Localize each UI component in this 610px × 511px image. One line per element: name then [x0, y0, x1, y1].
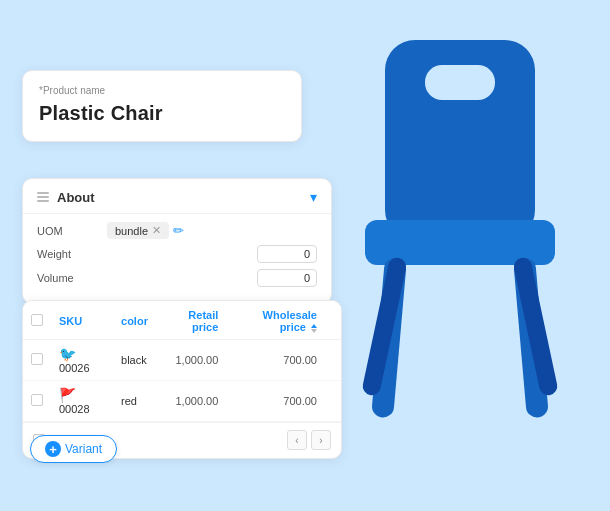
row2-action [325, 381, 341, 422]
row2-checkbox[interactable] [31, 394, 43, 406]
row2-wholesale: 700.00 [226, 381, 325, 422]
product-name-label: *Product name [39, 85, 285, 96]
about-chevron-icon[interactable]: ▾ [310, 189, 317, 205]
add-variant-label: Variant [65, 442, 102, 456]
weight-label: Weight [37, 248, 107, 260]
row2-check [23, 381, 51, 422]
volume-row: Volume [37, 269, 317, 287]
bundle-badge: bundle ✕ [107, 222, 169, 239]
product-name-card: *Product name Plastic Chair [22, 70, 302, 142]
uom-control: bundle ✕ ✏ [107, 222, 317, 239]
pagination-nav: ‹ › [287, 430, 331, 450]
row1-check [23, 340, 51, 381]
col-check [23, 301, 51, 340]
bundle-remove-icon[interactable]: ✕ [152, 224, 161, 237]
weight-control [107, 245, 317, 263]
row1-checkbox[interactable] [31, 353, 43, 365]
volume-input[interactable] [257, 269, 317, 287]
row1-color: black [113, 340, 156, 381]
col-retail-price: Retail price [156, 301, 226, 340]
main-background: *Product name Plastic Chair About ▾ UOM … [0, 0, 610, 511]
about-title: About [57, 190, 310, 205]
col-color: color [113, 301, 156, 340]
col-sku: SKU [51, 301, 113, 340]
uom-row: UOM bundle ✕ ✏ [37, 222, 317, 239]
about-card: About ▾ UOM bundle ✕ ✏ Weight [22, 178, 332, 304]
add-variant-plus-icon: + [45, 441, 61, 457]
table-row: 🐦 00026 black 1,000.00 700.00 [23, 340, 341, 381]
row2-retail: 1,000.00 [156, 381, 226, 422]
volume-label: Volume [37, 272, 107, 284]
row2-icon: 🚩 [59, 387, 76, 403]
edit-icon[interactable]: ✏ [173, 223, 184, 238]
row1-wholesale: 700.00 [226, 340, 325, 381]
bundle-label: bundle [115, 225, 148, 237]
col-actions [325, 301, 341, 340]
variants-table: SKU color Retail price Wholesale price [23, 301, 341, 422]
drag-icon [37, 192, 49, 202]
svg-rect-1 [425, 65, 495, 100]
row1-sku: 🐦 00026 [51, 340, 113, 381]
row2-sku: 🚩 00028 [51, 381, 113, 422]
add-variant-button[interactable]: + Variant [30, 435, 117, 463]
about-header: About ▾ [23, 179, 331, 214]
weight-input[interactable] [257, 245, 317, 263]
row1-action [325, 340, 341, 381]
table-row: 🚩 00028 red 1,000.00 700.00 [23, 381, 341, 422]
row1-retail: 1,000.00 [156, 340, 226, 381]
next-page-button[interactable]: › [311, 430, 331, 450]
product-name-value: Plastic Chair [39, 102, 285, 125]
col-wholesale-price: Wholesale price [226, 301, 325, 340]
sort-icon[interactable] [311, 324, 317, 333]
chair-illustration [330, 20, 590, 480]
row2-color: red [113, 381, 156, 422]
volume-control [107, 269, 317, 287]
uom-label: UOM [37, 225, 107, 237]
weight-row: Weight [37, 245, 317, 263]
prev-page-button[interactable]: ‹ [287, 430, 307, 450]
about-body: UOM bundle ✕ ✏ Weight Volume [23, 214, 331, 303]
header-checkbox[interactable] [31, 314, 43, 326]
row1-icon: 🐦 [59, 346, 76, 362]
